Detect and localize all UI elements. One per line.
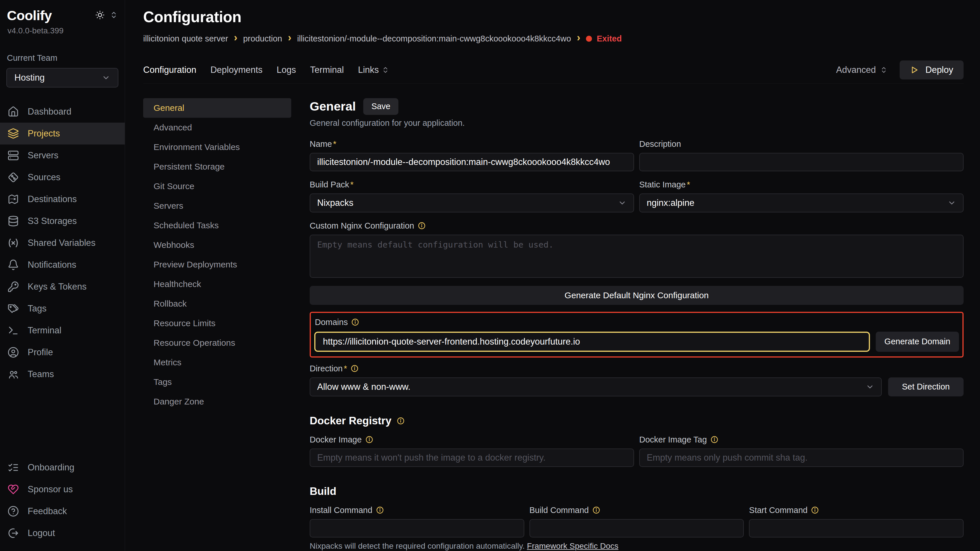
advanced-label: Advanced	[836, 65, 876, 75]
chevrons-up-down-icon	[382, 66, 389, 74]
config-menu-scheduled-tasks[interactable]: Scheduled Tasks	[143, 216, 291, 235]
sidebar-item-servers[interactable]: Servers	[0, 144, 125, 167]
config-menu-tags[interactable]: Tags	[143, 372, 291, 392]
sidebar-item-label: Destinations	[28, 194, 77, 205]
direction-select[interactable]: Allow www & non-www.	[310, 377, 882, 396]
direction-label: Direction	[310, 364, 347, 373]
config-menu-healthcheck[interactable]: Healthcheck	[143, 274, 291, 294]
static-image-select[interactable]: nginx:alpine	[639, 194, 964, 213]
build-pack-label: Build Pack	[310, 180, 353, 189]
heart-handshake-icon	[8, 484, 19, 495]
config-menu-advanced[interactable]: Advanced	[143, 118, 291, 137]
build-command-label: Build Command	[530, 505, 589, 515]
info-icon	[418, 222, 426, 230]
sidebar-item-teams[interactable]: Teams	[0, 363, 125, 385]
config-menu-preview-deployments[interactable]: Preview Deployments	[143, 255, 291, 274]
tab-links[interactable]: Links	[358, 65, 389, 75]
tab-deployments[interactable]: Deployments	[210, 65, 262, 75]
set-direction-button[interactable]: Set Direction	[888, 377, 964, 396]
start-command-input[interactable]	[749, 519, 964, 537]
sidebar-item-notifications[interactable]: Notifications	[0, 254, 125, 276]
sidebar-item-label: Sponsor us	[28, 484, 73, 495]
breadcrumb-project[interactable]: illicitonion quote server	[143, 34, 228, 43]
config-menu-persistent-storage[interactable]: Persistent Storage	[143, 157, 291, 176]
config-menu-danger-zone[interactable]: Danger Zone	[143, 392, 291, 411]
section-subtitle: General configuration for your applicati…	[310, 118, 964, 128]
sidebar-item-label: Tags	[28, 303, 46, 314]
info-icon	[376, 506, 384, 514]
layers-icon	[8, 128, 19, 139]
sidebar-item-projects[interactable]: Projects	[0, 123, 125, 144]
build-command-input[interactable]	[530, 519, 744, 537]
sidebar-item-label: Servers	[28, 150, 59, 160]
chevron-down-icon	[102, 73, 110, 82]
description-input[interactable]	[639, 153, 964, 171]
config-menu-servers[interactable]: Servers	[143, 196, 291, 216]
config-menu-resource-limits[interactable]: Resource Limits	[143, 313, 291, 333]
team-select[interactable]: Hosting	[6, 68, 118, 87]
team-select-value: Hosting	[14, 73, 45, 83]
domains-fieldset: Domains Generate Domain	[310, 312, 964, 357]
sidebar-item-feedback[interactable]: Feedback	[0, 500, 125, 522]
docker-image-tag-input[interactable]	[639, 448, 964, 467]
sidebar-item-terminal[interactable]: Terminal	[0, 319, 125, 341]
sidebar-collapse-chevrons-icon[interactable]	[110, 11, 118, 19]
git-source-icon	[8, 171, 19, 183]
config-menu-general[interactable]: General	[143, 98, 291, 118]
config-menu-rollback[interactable]: Rollback	[143, 294, 291, 313]
domains-input[interactable]	[314, 332, 870, 352]
breadcrumb-application[interactable]: illicitestonion/-module--decomposition:m…	[297, 34, 571, 43]
generate-domain-button[interactable]: Generate Domain	[876, 332, 959, 352]
framework-docs-link[interactable]: Framework Specific Docs	[527, 541, 618, 550]
start-command-label: Start Command	[749, 505, 807, 515]
status-text: Exited	[597, 34, 622, 43]
chevron-right-icon: ›	[234, 34, 237, 44]
docker-image-input[interactable]	[310, 448, 634, 467]
tab-terminal[interactable]: Terminal	[310, 65, 344, 75]
config-menu-webhooks[interactable]: Webhooks	[143, 235, 291, 255]
sidebar-item-keys-tokens[interactable]: Keys & Tokens	[0, 276, 125, 298]
deploy-button[interactable]: Deploy	[900, 60, 964, 79]
domains-label: Domains	[315, 318, 348, 327]
direction-value: Allow www & non-www.	[317, 382, 410, 392]
config-menu-git-source[interactable]: Git Source	[143, 176, 291, 196]
variable-icon	[8, 237, 19, 249]
sidebar-item-s3-storages[interactable]: S3 Storages	[0, 210, 125, 232]
main-area: Configuration illicitonion quote server …	[125, 0, 980, 551]
sidebar-item-tags[interactable]: Tags	[0, 298, 125, 319]
sidebar-item-label: Profile	[28, 347, 53, 357]
install-command-input[interactable]	[310, 519, 524, 537]
config-menu-resource-operations[interactable]: Resource Operations	[143, 333, 291, 353]
sidebar-item-dashboard[interactable]: Dashboard	[0, 101, 125, 123]
tab-links-label: Links	[358, 65, 379, 75]
build-pack-select[interactable]: Nixpacks	[310, 194, 634, 213]
page-title: Configuration	[143, 8, 964, 25]
sidebar-item-sources[interactable]: Sources	[0, 167, 125, 188]
sidebar-item-destinations[interactable]: Destinations	[0, 188, 125, 210]
nginx-config-textarea[interactable]	[310, 235, 964, 278]
info-icon	[811, 506, 819, 514]
help-circle-icon	[8, 505, 19, 517]
general-form: General Save General configuration for y…	[310, 98, 964, 551]
sidebar-item-logout[interactable]: Logout	[0, 522, 125, 544]
generate-nginx-config-button[interactable]: Generate Default Nginx Configuration	[310, 286, 964, 305]
save-button[interactable]: Save	[363, 98, 398, 115]
breadcrumb-environment[interactable]: production	[243, 34, 282, 43]
info-icon	[397, 417, 405, 425]
bell-icon	[8, 259, 19, 271]
config-menu-metrics[interactable]: Metrics	[143, 353, 291, 372]
sidebar-item-sponsor[interactable]: Sponsor us	[0, 478, 125, 500]
docker-image-tag-label: Docker Image Tag	[639, 435, 707, 445]
install-command-label: Install Command	[310, 505, 372, 515]
advanced-dropdown[interactable]: Advanced	[836, 65, 888, 75]
theme-toggle-sun-icon[interactable]	[95, 10, 105, 20]
sidebar-item-label: Projects	[28, 129, 60, 139]
name-input[interactable]	[310, 153, 634, 171]
config-menu-environment-variables[interactable]: Environment Variables	[143, 137, 291, 157]
sidebar-item-shared-variables[interactable]: Shared Variables	[0, 232, 125, 254]
tab-logs[interactable]: Logs	[277, 65, 296, 75]
tab-configuration[interactable]: Configuration	[143, 65, 196, 75]
sidebar-item-profile[interactable]: Profile	[0, 341, 125, 363]
sidebar-item-onboarding[interactable]: Onboarding	[0, 457, 125, 478]
description-label: Description	[639, 139, 681, 149]
